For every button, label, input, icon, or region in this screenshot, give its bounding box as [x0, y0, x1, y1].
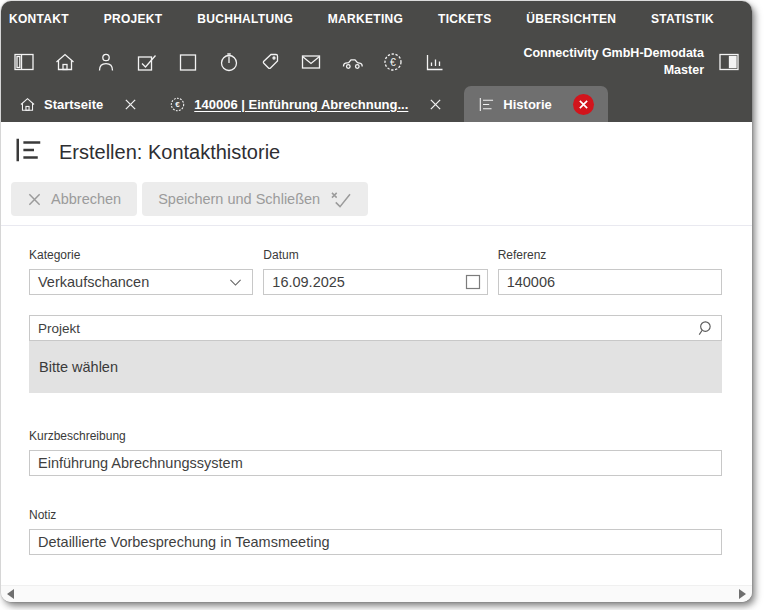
- tab-startseite-label: Startseite: [44, 97, 103, 112]
- save-and-close-button[interactable]: Speichern und Schließen: [142, 182, 368, 216]
- app-window: KONTAKT PROJEKT BUCHHALTUNG MARKETING TI…: [1, 1, 752, 602]
- history-list-icon: [478, 96, 495, 113]
- home-icon: [19, 96, 36, 113]
- kurzbeschreibung-label: Kurzbeschreibung: [29, 429, 722, 443]
- history-list-icon: [14, 135, 44, 169]
- field-row-top: Kategorie Verkaufschancen Datum Referenz: [29, 248, 722, 295]
- notiz-label: Notiz: [29, 508, 722, 522]
- task-checkbox-icon[interactable]: [136, 51, 158, 73]
- tab-historie-close-icon[interactable]: [573, 94, 594, 115]
- referenz-label: Referenz: [498, 248, 722, 262]
- horizontal-scrollbar[interactable]: [1, 585, 752, 602]
- title-row: Erstellen: Kontakthistorie: [1, 122, 752, 169]
- car-icon[interactable]: [341, 51, 363, 73]
- finance-coin-icon: €: [169, 96, 186, 113]
- menu-marketing[interactable]: MARKETING: [328, 12, 403, 26]
- tab-startseite-close-icon[interactable]: [124, 98, 137, 111]
- menu-buchhaltung[interactable]: BUCHHALTUNG: [197, 12, 293, 26]
- datum-input[interactable]: [263, 269, 487, 295]
- icon-toolbar: € Connectivity GmbH-Demodata Master: [1, 37, 752, 86]
- datum-field: Datum: [263, 248, 487, 295]
- svg-text:€: €: [175, 100, 180, 109]
- kategorie-select[interactable]: Verkaufschancen: [29, 269, 253, 295]
- home-icon[interactable]: [54, 51, 76, 73]
- notiz-input[interactable]: [29, 529, 722, 555]
- projekt-selection-panel[interactable]: Bitte wählen: [29, 341, 722, 393]
- cancel-button-label: Abbrechen: [51, 191, 121, 207]
- referenz-field: Referenz: [498, 248, 722, 295]
- save-and-close-label: Speichern und Schließen: [158, 191, 320, 207]
- chevron-down-icon: [227, 274, 244, 291]
- scroll-right-arrow-icon[interactable]: [739, 589, 746, 599]
- finance-coin-icon[interactable]: €: [382, 51, 404, 73]
- tab-historie-label: Historie: [503, 97, 551, 112]
- menu-tickets[interactable]: TICKETS: [438, 12, 491, 26]
- datum-label: Datum: [263, 248, 487, 262]
- menu-statistik[interactable]: STATISTIK: [651, 12, 714, 26]
- projekt-selection-text: Bitte wählen: [39, 359, 118, 375]
- page-title: Erstellen: Kontakthistorie: [59, 141, 280, 164]
- company-name: Connectivity GmbH-Demodata Master: [523, 45, 704, 79]
- tab-projekt-close-icon[interactable]: [429, 98, 442, 111]
- referenz-input[interactable]: [498, 269, 722, 295]
- tag-icon[interactable]: [259, 51, 281, 73]
- projekt-search-box: [29, 315, 722, 341]
- close-icon: [27, 192, 42, 207]
- tab-projekt-label: 140006 | Einführung Abrechnung...: [194, 97, 408, 112]
- mail-icon[interactable]: [300, 51, 322, 73]
- tab-historie[interactable]: Historie: [464, 86, 607, 122]
- cancel-button[interactable]: Abbrechen: [11, 182, 137, 216]
- svg-text:€: €: [390, 55, 396, 67]
- company-line2: Master: [523, 62, 704, 79]
- tab-startseite[interactable]: Startseite: [9, 86, 147, 122]
- main-menubar: KONTAKT PROJEKT BUCHHALTUNG MARKETING TI…: [1, 1, 752, 37]
- menu-kontakt[interactable]: KONTAKT: [9, 12, 69, 26]
- check-close-icon: [329, 190, 352, 209]
- kurzbeschreibung-input[interactable]: [29, 450, 722, 476]
- content-area: Erstellen: Kontakthistorie Abbrechen Spe…: [1, 122, 752, 585]
- timer-icon[interactable]: [218, 51, 240, 73]
- contact-person-icon[interactable]: [95, 51, 117, 73]
- kategorie-field: Kategorie Verkaufschancen: [29, 248, 253, 295]
- scroll-left-arrow-icon[interactable]: [7, 589, 14, 599]
- panel-toggle-right-icon[interactable]: [718, 51, 740, 73]
- tab-bar: Startseite € 140006 | Einführung Abrechn…: [1, 86, 752, 122]
- panel-toggle-left-icon[interactable]: [13, 51, 35, 73]
- calendar-icon[interactable]: [465, 274, 481, 290]
- search-icon[interactable]: [694, 319, 713, 338]
- kategorie-value: Verkaufschancen: [38, 274, 149, 290]
- action-buttons: Abbrechen Speichern und Schließen: [1, 169, 752, 216]
- company-line1: Connectivity GmbH-Demodata: [523, 45, 704, 62]
- menu-projekt[interactable]: PROJEKT: [104, 12, 163, 26]
- blank-square-icon[interactable]: [177, 51, 199, 73]
- menu-uebersichten[interactable]: ÜBERSICHTEN: [526, 12, 616, 26]
- projekt-search-input[interactable]: [38, 321, 694, 336]
- notiz-field: Notiz: [29, 508, 722, 555]
- kategorie-label: Kategorie: [29, 248, 253, 262]
- kurzbeschreibung-field: Kurzbeschreibung: [29, 429, 722, 476]
- contact-history-form: Kategorie Verkaufschancen Datum Referenz: [1, 226, 752, 555]
- statistics-chart-icon[interactable]: [423, 51, 445, 73]
- tab-projekt-140006[interactable]: € 140006 | Einführung Abrechnung...: [159, 86, 452, 122]
